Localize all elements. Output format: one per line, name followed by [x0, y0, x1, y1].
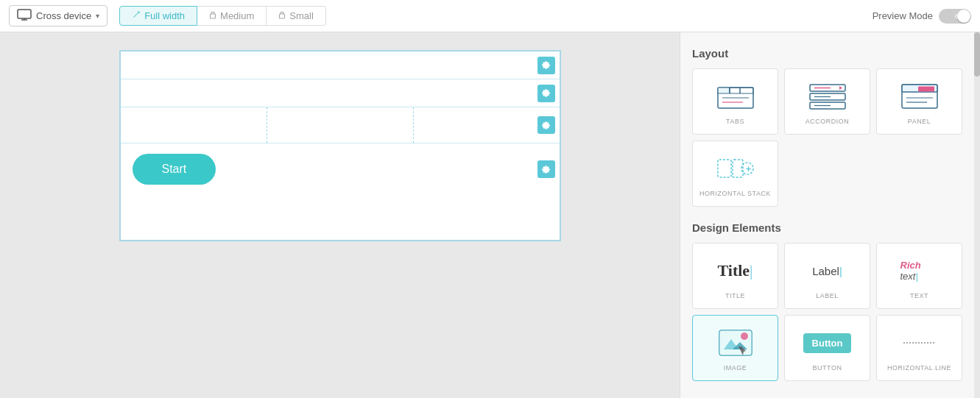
- toolbar-left: Cross device ▾ Full width: [9, 5, 326, 26]
- preview-toggle[interactable]: OFF: [939, 9, 971, 24]
- scrollbar-thumb[interactable]: [974, 32, 980, 77]
- layout-section-title: Layout: [692, 47, 962, 60]
- canvas-row-1: [121, 51, 560, 79]
- row4-settings-button[interactable]: [537, 160, 555, 178]
- device-label: Cross device: [36, 10, 91, 21]
- main-content: Start Layout: [0, 32, 980, 398]
- tab-medium[interactable]: Medium: [197, 6, 267, 26]
- image-icon: [716, 327, 755, 358]
- design-card-hline[interactable]: HORIZONTAL LINE: [876, 315, 962, 381]
- preview-mode-label: Preview Mode: [873, 10, 933, 21]
- layout-card-accordion[interactable]: ACCORDION: [784, 68, 870, 135]
- page-canvas: Start: [119, 50, 561, 241]
- svg-rect-8: [730, 88, 740, 93]
- canvas-col-2: [267, 107, 414, 143]
- accordion-icon: [808, 81, 847, 112]
- row2-content: [121, 88, 560, 99]
- design-section-title: Design Elements: [692, 221, 962, 234]
- toggle-knob: [957, 10, 970, 23]
- full-width-label: Full width: [144, 10, 185, 21]
- design-card-title[interactable]: Title| TITLE: [692, 243, 778, 309]
- svg-marker-14: [839, 86, 842, 90]
- panel-label: PANEL: [908, 118, 931, 125]
- svg-rect-6: [718, 88, 730, 93]
- row1-content: [121, 60, 560, 71]
- start-button[interactable]: Start: [133, 154, 216, 185]
- hstack-label: HORIZONTAL STACK: [699, 190, 771, 197]
- hline-icon: [900, 327, 939, 358]
- chevron-down-icon: ▾: [96, 12, 99, 20]
- text-label: TEXT: [910, 292, 928, 299]
- label-icon: Label|: [808, 255, 847, 286]
- scrollbar-track[interactable]: [974, 32, 980, 398]
- design-card-button[interactable]: Button BUTTON: [784, 315, 870, 381]
- hstack-icon: +: [716, 153, 755, 184]
- tab-full-width[interactable]: Full width: [119, 6, 197, 26]
- preview-mode-area: Preview Mode OFF: [873, 9, 971, 24]
- image-label: IMAGE: [724, 364, 747, 372]
- panel-icon: [900, 81, 939, 112]
- canvas-row-4: Start: [121, 143, 560, 195]
- label-label: LABEL: [816, 292, 839, 299]
- svg-rect-3: [211, 14, 216, 18]
- layout-card-tabs[interactable]: TABS: [692, 68, 778, 135]
- lock-icon-small: [278, 10, 286, 21]
- tabs-label: TABS: [726, 118, 744, 125]
- text-icon: Rich text|: [900, 255, 939, 286]
- device-selector[interactable]: Cross device ▾: [9, 5, 107, 26]
- canvas-row-2: [121, 79, 560, 107]
- button-icon: Button: [808, 327, 847, 358]
- toolbar: Cross device ▾ Full width: [0, 0, 980, 32]
- pencil-icon: [132, 10, 141, 21]
- design-card-image[interactable]: IMAGE: [692, 315, 778, 381]
- layout-grid: TABS ACCORDION: [692, 68, 962, 207]
- svg-rect-0: [18, 10, 31, 18]
- row2-settings-button[interactable]: [537, 85, 555, 102]
- svg-rect-25: [733, 160, 743, 177]
- svg-rect-9: [740, 88, 753, 93]
- hline-label: HORIZONTAL LINE: [887, 364, 951, 372]
- button-label: BUTTON: [813, 364, 842, 372]
- svg-point-32: [741, 333, 748, 340]
- title-icon: Title|: [716, 255, 755, 286]
- small-label: Small: [289, 10, 314, 21]
- tabs-icon: [716, 81, 755, 112]
- canvas-col-1: [121, 107, 267, 143]
- medium-label: Medium: [220, 10, 254, 21]
- layout-card-hstack[interactable]: + HORIZONTAL STACK: [692, 141, 778, 207]
- row3-settings-button[interactable]: [537, 116, 555, 134]
- right-panel: Layout TABS: [680, 32, 974, 398]
- monitor-icon: [17, 9, 32, 23]
- svg-rect-24: [718, 160, 731, 177]
- canvas-area: Start: [0, 32, 680, 398]
- svg-text:+: +: [746, 164, 751, 174]
- title-label: TITLE: [725, 292, 745, 299]
- canvas-row-3: [121, 107, 560, 143]
- width-tabs: Full width Medium Small: [119, 6, 326, 26]
- svg-rect-4: [280, 14, 285, 18]
- lock-icon-medium: [209, 10, 216, 21]
- svg-rect-21: [918, 87, 934, 92]
- layout-card-panel[interactable]: PANEL: [876, 68, 962, 135]
- row1-settings-button[interactable]: [537, 57, 555, 74]
- design-card-text[interactable]: Rich text| TEXT: [876, 243, 962, 309]
- design-grid: Title| TITLE Label| LABEL Rich text|: [692, 243, 962, 381]
- tab-small[interactable]: Small: [267, 6, 326, 26]
- accordion-label: ACCORDION: [805, 118, 850, 125]
- design-card-label[interactable]: Label| LABEL: [784, 243, 870, 309]
